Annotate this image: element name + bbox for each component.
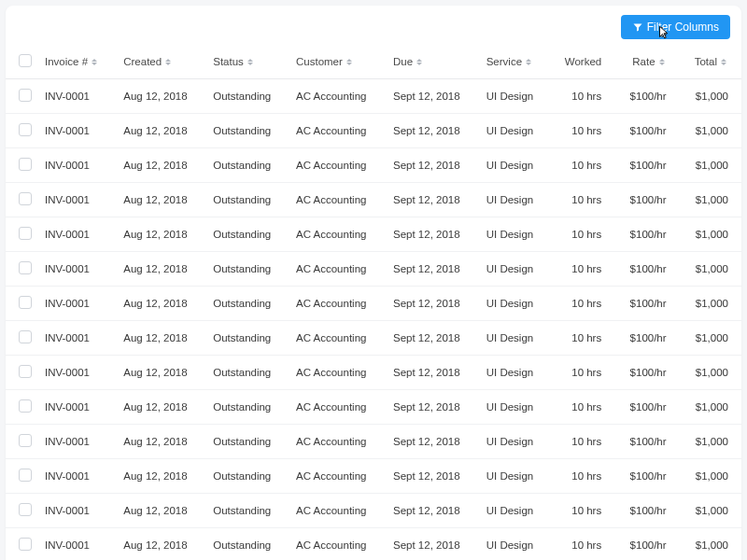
cell-due: Sept 12, 2018 [386,79,479,114]
header-status[interactable]: Status [205,45,289,79]
table-row[interactable]: INV-0001Aug 12, 2018OutstandingAC Accoun… [6,390,741,425]
row-checkbox[interactable] [19,158,32,171]
cell-created: Aug 12, 2018 [116,459,205,494]
row-checkbox-cell [6,528,37,561]
cell-invoice: INV-0001 [37,459,116,494]
invoices-card: Filter Columns Invoice # Created Status [6,6,741,560]
cell-service: UI Design [479,114,550,148]
table-row[interactable]: INV-0001Aug 12, 2018OutstandingAC Accoun… [6,528,741,561]
header-service[interactable]: Service [479,45,550,79]
cell-due: Sept 12, 2018 [386,183,479,217]
table-row[interactable]: INV-0001Aug 12, 2018OutstandingAC Accoun… [6,287,741,321]
cell-customer: AC Accounting [289,217,386,252]
sort-icon [92,57,99,66]
cell-total: $1,000 [680,252,741,287]
cell-worked: 10 hrs [549,494,614,528]
row-checkbox-cell [6,459,37,494]
cell-created: Aug 12, 2018 [116,528,205,561]
cell-status: Outstanding [205,528,289,561]
row-checkbox[interactable] [19,399,32,413]
invoices-table: Invoice # Created Status Customer Due Se… [6,45,741,560]
cell-service: UI Design [479,528,550,561]
cell-status: Outstanding [205,321,289,356]
row-checkbox[interactable] [19,89,32,102]
table-row[interactable]: INV-0001Aug 12, 2018OutstandingAC Accoun… [6,114,741,148]
table-row[interactable]: INV-0001Aug 12, 2018OutstandingAC Accoun… [6,79,741,114]
row-checkbox[interactable] [19,503,32,516]
cell-service: UI Design [479,321,550,356]
cell-status: Outstanding [205,148,289,183]
row-checkbox-cell [6,494,37,528]
row-checkbox[interactable] [19,296,32,309]
filter-icon [632,21,643,33]
header-rate[interactable]: Rate [614,45,679,79]
cell-invoice: INV-0001 [37,79,116,114]
select-all-checkbox[interactable] [19,54,32,67]
cell-invoice: INV-0001 [37,321,116,356]
sort-icon [346,57,354,66]
cell-invoice: INV-0001 [37,390,116,425]
cell-status: Outstanding [205,287,289,321]
cell-invoice: INV-0001 [37,425,116,459]
row-checkbox[interactable] [19,227,32,240]
cell-status: Outstanding [205,356,289,390]
cell-total: $1,000 [680,148,741,183]
row-checkbox[interactable] [19,469,32,482]
cell-worked: 10 hrs [549,321,614,356]
cell-created: Aug 12, 2018 [116,252,205,287]
row-checkbox-cell [6,252,37,287]
cell-due: Sept 12, 2018 [386,356,479,390]
cell-rate: $100/hr [614,321,679,356]
filter-columns-button[interactable]: Filter Columns [621,15,730,39]
header-service-label: Service [486,56,522,67]
cell-status: Outstanding [205,494,289,528]
cell-worked: 10 hrs [549,183,614,217]
cell-customer: AC Accounting [289,356,386,390]
table-row[interactable]: INV-0001Aug 12, 2018OutstandingAC Accoun… [6,252,741,287]
cell-status: Outstanding [205,217,289,252]
cell-service: UI Design [479,459,550,494]
row-checkbox[interactable] [19,538,32,551]
table-row[interactable]: INV-0001Aug 12, 2018OutstandingAC Accoun… [6,321,741,356]
cell-due: Sept 12, 2018 [386,528,479,561]
cell-invoice: INV-0001 [37,252,116,287]
cell-rate: $100/hr [614,217,679,252]
header-invoice[interactable]: Invoice # [37,45,116,79]
row-checkbox[interactable] [19,261,32,274]
row-checkbox-cell [6,183,37,217]
cell-created: Aug 12, 2018 [116,425,205,459]
cell-invoice: INV-0001 [37,183,116,217]
cell-rate: $100/hr [614,114,679,148]
toolbar: Filter Columns [6,6,741,45]
header-worked[interactable]: Worked [549,45,614,79]
header-total[interactable]: Total [680,45,741,79]
table-row[interactable]: INV-0001Aug 12, 2018OutstandingAC Accoun… [6,459,741,494]
cell-total: $1,000 [680,356,741,390]
cell-created: Aug 12, 2018 [116,390,205,425]
row-checkbox-cell [6,390,37,425]
cell-service: UI Design [479,494,550,528]
row-checkbox[interactable] [19,365,32,378]
row-checkbox[interactable] [19,192,32,205]
cell-due: Sept 12, 2018 [386,287,479,321]
row-checkbox[interactable] [19,434,32,447]
table-row[interactable]: INV-0001Aug 12, 2018OutstandingAC Accoun… [6,148,741,183]
table-row[interactable]: INV-0001Aug 12, 2018OutstandingAC Accoun… [6,217,741,252]
cell-created: Aug 12, 2018 [116,183,205,217]
cell-service: UI Design [479,425,550,459]
table-row[interactable]: INV-0001Aug 12, 2018OutstandingAC Accoun… [6,425,741,459]
row-checkbox[interactable] [19,123,32,136]
table-row[interactable]: INV-0001Aug 12, 2018OutstandingAC Accoun… [6,183,741,217]
header-due[interactable]: Due [386,45,479,79]
cell-invoice: INV-0001 [37,528,116,561]
header-created[interactable]: Created [116,45,205,79]
cell-worked: 10 hrs [549,217,614,252]
filter-columns-label: Filter Columns [647,21,719,34]
cell-invoice: INV-0001 [37,114,116,148]
sort-icon [416,57,424,66]
table-row[interactable]: INV-0001Aug 12, 2018OutstandingAC Accoun… [6,494,741,528]
cell-due: Sept 12, 2018 [386,148,479,183]
table-row[interactable]: INV-0001Aug 12, 2018OutstandingAC Accoun… [6,356,741,390]
header-customer[interactable]: Customer [289,45,386,79]
row-checkbox[interactable] [19,330,32,343]
